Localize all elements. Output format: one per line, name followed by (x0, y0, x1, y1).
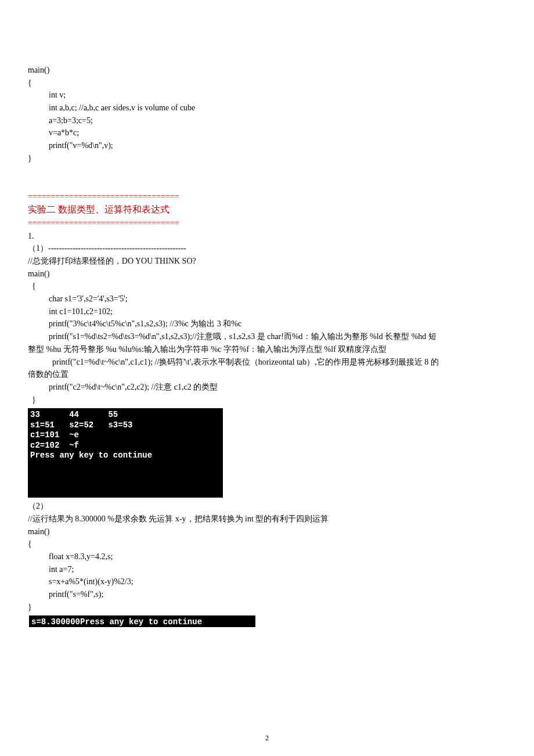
code-line: { (28, 77, 506, 89)
comment-line: //运行结果为 8.300000 %是求余数 先运算 x-y，把结果转换为 in… (28, 513, 506, 525)
code-line: } (28, 394, 506, 406)
separator-red-top: ================================= (28, 190, 506, 203)
code-line: printf("v=%d\n",v); (28, 139, 506, 152)
code-line: int a=7; (28, 563, 506, 576)
code-line: v=a*b*c; (28, 127, 506, 139)
code-line: main() (28, 268, 506, 280)
code-line: int c1=101,c2=102; (28, 305, 506, 318)
section-title: 实验二 数据类型、运算符和表达式 (28, 203, 506, 217)
subpart-2-lead: （2） (28, 500, 506, 513)
console-output-1: 33 44 55 s1=51 s2=52 s3=53 c1=101 ~e c2=… (28, 408, 223, 498)
page-number: 2 (0, 732, 534, 744)
code-line-wrapped: printf("c1=%d\t~%c\n",c1,c1); //换码符'\t',… (28, 356, 506, 369)
code-line: { (28, 280, 506, 293)
code-line: main() (28, 64, 506, 77)
code-line: s=x+a%5*(int)(x-y)%2/3; (28, 575, 506, 588)
code-line: printf("s=%f",s); (28, 588, 506, 601)
code-line: } (28, 601, 506, 614)
code-line: char s1='3',s2='4',s3='5'; (28, 293, 506, 305)
code-line: a=3;b=3;c=5; (28, 114, 506, 127)
code-line: main() (28, 525, 506, 538)
code-line-wrapped: printf("s1=%d\ts2=%d\ts3=%d\n",s1,s2,s3)… (28, 330, 506, 343)
separator-red-bottom: ================================= (28, 217, 506, 230)
spacer (28, 165, 506, 178)
code-line-wrapped-cont: 整型 %hu 无符号整形 %u %lu%s:输入输出为字符串 %c 字符%f：输… (28, 343, 506, 356)
code-block-main: main() { int v; int a,b,c; //a,b,c aer s… (28, 64, 506, 165)
subpart-1-lead: （1） (28, 244, 48, 253)
document-page: main() { int v; int a,b,c; //a,b,c aer s… (0, 0, 534, 756)
code-line: int a,b,c; //a,b,c aer sides,v is volume… (28, 102, 506, 114)
code-line: } (28, 152, 506, 165)
code-line: printf("c2=%d\t~%c\n",c2,c2); //注意 c1,c2… (28, 381, 506, 394)
spacer (28, 178, 506, 190)
code-line: int v; (28, 89, 506, 102)
console-output-2: s=8.300000Press any key to continue (29, 615, 255, 627)
list-number: 1. (28, 230, 506, 243)
code-line: { (28, 538, 506, 550)
subpart-1-dashes: ----------------------------------------… (48, 244, 186, 253)
comment-line: //总觉得打印结果怪怪的，DO YOU THINK SO? (28, 255, 506, 268)
code-line: printf("3%c\t4%c\t5%c\n",s1,s2,s3); //3%… (28, 318, 506, 330)
code-line: float x=8.3,y=4.2,s; (28, 550, 506, 563)
code-line-wrapped-cont: 倍数的位置 (28, 368, 506, 381)
subpart-1: （1）-------------------------------------… (28, 242, 506, 255)
